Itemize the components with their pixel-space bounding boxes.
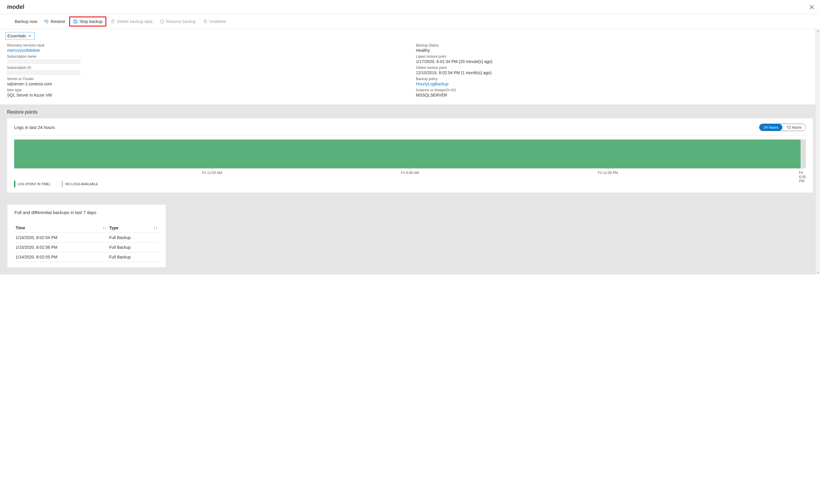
instance-value: MSSQLSERVER bbox=[416, 93, 813, 97]
col-type-header[interactable]: Type ↑↓ bbox=[108, 223, 159, 233]
trash-icon bbox=[203, 19, 208, 24]
legend-swatch-gray bbox=[62, 181, 63, 187]
legend-log-label: LOG (POINT IN TIME) bbox=[18, 182, 50, 186]
stop-backup-label: Stop backup bbox=[79, 19, 102, 24]
backup-policy-label: Backup policy bbox=[416, 77, 813, 81]
cell-time: 1/15/2020, 8:02:56 PM bbox=[14, 243, 108, 252]
scroll-down-icon[interactable] bbox=[816, 271, 819, 274]
essentials-right-col: Backup Status Healthy Latest restore poi… bbox=[416, 43, 813, 99]
cell-type: Full Backup bbox=[108, 243, 159, 252]
recovery-vault-link[interactable]: mercurysoftdelete bbox=[7, 48, 404, 53]
backup-now-label: Backup now bbox=[15, 19, 37, 24]
legend-no-logs-label: NO LOGS AVAILABLE bbox=[65, 182, 98, 186]
logs-card-title: Logs in last 24 hours bbox=[14, 125, 55, 130]
stop-icon bbox=[73, 19, 78, 24]
table-row[interactable]: 1/16/2020, 8:02:54 PMFull Backup bbox=[14, 233, 159, 243]
log-available-region bbox=[14, 140, 801, 168]
cell-type: Full Backup bbox=[108, 233, 159, 243]
chart-legend: LOG (POINT IN TIME) NO LOGS AVAILABLE bbox=[14, 181, 806, 187]
server-label: Server or Cluster bbox=[7, 77, 404, 81]
sort-icon: ↑↓ bbox=[103, 226, 107, 230]
resume-icon bbox=[160, 19, 164, 24]
chevron-up-icon bbox=[28, 34, 32, 38]
backups-card-title: Full and differential backups in last 7 … bbox=[14, 210, 159, 215]
backups-table: Time ↑↓ Type ↑↓ 1/16/2020, 8:02:54 PMFul… bbox=[14, 223, 159, 262]
no-logs-region bbox=[801, 140, 806, 168]
cell-time: 1/16/2020, 8:02:54 PM bbox=[14, 233, 108, 243]
chart-tick: Fri 6:00 AM bbox=[401, 168, 419, 175]
logs-timeline-chart bbox=[14, 140, 806, 168]
backup-status-value: Healthy bbox=[416, 48, 813, 53]
essentials-panel: Recovery services vault mercurysoftdelet… bbox=[0, 40, 820, 105]
item-type-value: SQL Server in Azure VM bbox=[7, 93, 404, 97]
undelete-label: Undelete bbox=[209, 19, 226, 24]
sort-icon: ↑↓ bbox=[153, 226, 158, 230]
toggle-72h[interactable]: 72 hours bbox=[782, 124, 806, 131]
server-value: sqlserver-1.contoso.com bbox=[7, 82, 404, 86]
chart-x-axis: Fri 12:00 AMFri 6:00 AMFri 12:00 PMFri 6… bbox=[14, 168, 806, 175]
resume-backup-label: Resume backup bbox=[166, 19, 196, 24]
panel-header: model bbox=[0, 0, 820, 14]
content-area: Essentials Recovery services vault mercu… bbox=[0, 29, 820, 275]
legend-swatch-green bbox=[14, 181, 15, 187]
essentials-left-col: Recovery services vault mercurysoftdelet… bbox=[7, 43, 404, 99]
col-type-label: Type bbox=[109, 226, 119, 230]
restore-points-section: Restore points Logs in last 24 hours 24 … bbox=[0, 105, 820, 275]
subscription-name-label: Subscription name bbox=[7, 54, 404, 59]
trash-icon bbox=[110, 19, 115, 24]
latest-restore-label: Latest restore point bbox=[416, 54, 813, 59]
chart-tick: Fri 6:00 PM bbox=[799, 168, 806, 183]
command-bar: Backup now Restore Stop backup Delete ba… bbox=[0, 14, 820, 29]
page-title: model bbox=[7, 4, 24, 10]
instance-label: Instance or AlwaysOn AG bbox=[416, 88, 813, 92]
cell-type: Full Backup bbox=[108, 252, 159, 262]
restore-button[interactable]: Restore bbox=[41, 17, 68, 26]
legend-no-logs: NO LOGS AVAILABLE bbox=[62, 181, 98, 187]
essentials-toggle[interactable]: Essentials bbox=[5, 32, 35, 40]
legend-log: LOG (POINT IN TIME) bbox=[14, 181, 50, 187]
cell-time: 1/14/2020, 8:02:55 PM bbox=[14, 252, 108, 262]
backup-status-label: Backup Status bbox=[416, 43, 813, 47]
subscription-id-label: Subscription ID bbox=[7, 66, 404, 70]
undelete-button: Undelete bbox=[200, 17, 229, 26]
restore-label: Restore bbox=[51, 19, 65, 24]
stop-backup-button[interactable]: Stop backup bbox=[69, 16, 106, 26]
item-type-label: Item type bbox=[7, 88, 404, 92]
latest-restore-value: 1/17/2020, 6:01:34 PM (20 minute(s) ago) bbox=[416, 59, 813, 64]
scroll-up-icon[interactable] bbox=[816, 30, 819, 33]
delete-backup-label: Delete backup data bbox=[117, 19, 153, 24]
table-row[interactable]: 1/14/2020, 8:02:55 PMFull Backup bbox=[14, 252, 159, 262]
restore-points-title: Restore points bbox=[7, 105, 813, 118]
chart-tick: Fri 12:00 AM bbox=[202, 168, 222, 175]
vertical-scrollbar[interactable] bbox=[815, 29, 820, 275]
col-time-label: Time bbox=[16, 226, 25, 230]
time-range-toggle: 24 hours 72 hours bbox=[759, 124, 806, 131]
logs-card: Logs in last 24 hours 24 hours 72 hours … bbox=[7, 118, 813, 193]
recovery-vault-label: Recovery services vault bbox=[7, 43, 404, 47]
table-row[interactable]: 1/15/2020, 8:02:56 PMFull Backup bbox=[14, 243, 159, 252]
resume-backup-button: Resume backup bbox=[157, 17, 199, 26]
chart-tick: Fri 12:00 PM bbox=[598, 168, 618, 175]
delete-backup-data-button: Delete backup data bbox=[107, 17, 155, 26]
subscription-name-redacted bbox=[7, 59, 81, 64]
backups-card: Full and differential backups in last 7 … bbox=[7, 204, 166, 268]
restore-icon bbox=[44, 19, 49, 24]
oldest-restore-label: Oldest restore point bbox=[416, 66, 813, 70]
essentials-label: Essentials bbox=[7, 34, 26, 38]
subscription-id-redacted bbox=[7, 70, 81, 75]
close-icon[interactable] bbox=[809, 5, 814, 9]
backup-policy-link[interactable]: HourlyLogBackup bbox=[416, 82, 813, 86]
toggle-24h[interactable]: 24 hours bbox=[759, 124, 783, 131]
oldest-restore-value: 12/10/2019, 8:02:54 PM (1 month(s) ago) bbox=[416, 70, 813, 75]
col-time-header[interactable]: Time ↑↓ bbox=[14, 223, 108, 233]
backup-now-button[interactable]: Backup now bbox=[12, 17, 40, 26]
